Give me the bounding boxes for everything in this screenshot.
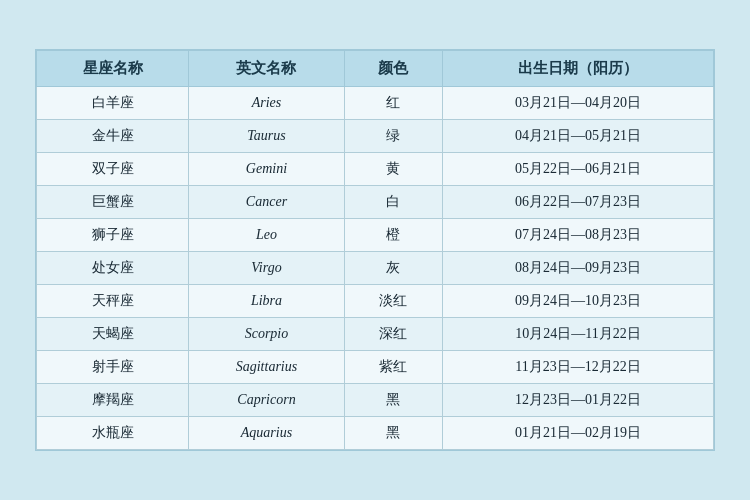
table-header-row: 星座名称英文名称颜色出生日期（阳历） xyxy=(37,51,714,87)
table-row: 狮子座Leo橙07月24日—08月23日 xyxy=(37,219,714,252)
cell-r6-c0: 天秤座 xyxy=(37,285,189,318)
cell-r7-c1: Scorpio xyxy=(189,318,344,351)
cell-r7-c0: 天蝎座 xyxy=(37,318,189,351)
table-row: 双子座Gemini黄05月22日—06月21日 xyxy=(37,153,714,186)
cell-r9-c1: Capricorn xyxy=(189,384,344,417)
cell-r6-c2: 淡红 xyxy=(344,285,443,318)
cell-r10-c2: 黑 xyxy=(344,417,443,450)
zodiac-table-container: 星座名称英文名称颜色出生日期（阳历） 白羊座Aries红03月21日—04月20… xyxy=(35,49,715,451)
table-row: 天蝎座Scorpio深红10月24日—11月22日 xyxy=(37,318,714,351)
cell-r0-c3: 03月21日—04月20日 xyxy=(443,87,714,120)
header-col-0: 星座名称 xyxy=(37,51,189,87)
cell-r4-c1: Leo xyxy=(189,219,344,252)
table-row: 射手座Sagittarius紫红11月23日—12月22日 xyxy=(37,351,714,384)
cell-r2-c3: 05月22日—06月21日 xyxy=(443,153,714,186)
cell-r3-c2: 白 xyxy=(344,186,443,219)
cell-r8-c2: 紫红 xyxy=(344,351,443,384)
cell-r3-c3: 06月22日—07月23日 xyxy=(443,186,714,219)
cell-r3-c1: Cancer xyxy=(189,186,344,219)
table-row: 处女座Virgo灰08月24日—09月23日 xyxy=(37,252,714,285)
cell-r0-c0: 白羊座 xyxy=(37,87,189,120)
cell-r0-c2: 红 xyxy=(344,87,443,120)
cell-r6-c3: 09月24日—10月23日 xyxy=(443,285,714,318)
cell-r8-c0: 射手座 xyxy=(37,351,189,384)
cell-r2-c0: 双子座 xyxy=(37,153,189,186)
table-row: 摩羯座Capricorn黑12月23日—01月22日 xyxy=(37,384,714,417)
cell-r0-c1: Aries xyxy=(189,87,344,120)
cell-r7-c3: 10月24日—11月22日 xyxy=(443,318,714,351)
zodiac-table: 星座名称英文名称颜色出生日期（阳历） 白羊座Aries红03月21日—04月20… xyxy=(36,50,714,450)
cell-r2-c1: Gemini xyxy=(189,153,344,186)
cell-r5-c2: 灰 xyxy=(344,252,443,285)
cell-r10-c0: 水瓶座 xyxy=(37,417,189,450)
cell-r8-c3: 11月23日—12月22日 xyxy=(443,351,714,384)
cell-r7-c2: 深红 xyxy=(344,318,443,351)
cell-r5-c3: 08月24日—09月23日 xyxy=(443,252,714,285)
cell-r6-c1: Libra xyxy=(189,285,344,318)
cell-r4-c3: 07月24日—08月23日 xyxy=(443,219,714,252)
cell-r9-c2: 黑 xyxy=(344,384,443,417)
cell-r10-c3: 01月21日—02月19日 xyxy=(443,417,714,450)
table-row: 天秤座Libra淡红09月24日—10月23日 xyxy=(37,285,714,318)
cell-r1-c2: 绿 xyxy=(344,120,443,153)
cell-r5-c0: 处女座 xyxy=(37,252,189,285)
table-body: 白羊座Aries红03月21日—04月20日金牛座Taurus绿04月21日—0… xyxy=(37,87,714,450)
cell-r3-c0: 巨蟹座 xyxy=(37,186,189,219)
cell-r1-c3: 04月21日—05月21日 xyxy=(443,120,714,153)
cell-r8-c1: Sagittarius xyxy=(189,351,344,384)
cell-r9-c3: 12月23日—01月22日 xyxy=(443,384,714,417)
table-row: 金牛座Taurus绿04月21日—05月21日 xyxy=(37,120,714,153)
cell-r1-c1: Taurus xyxy=(189,120,344,153)
header-col-3: 出生日期（阳历） xyxy=(443,51,714,87)
cell-r2-c2: 黄 xyxy=(344,153,443,186)
cell-r9-c0: 摩羯座 xyxy=(37,384,189,417)
header-col-1: 英文名称 xyxy=(189,51,344,87)
table-row: 白羊座Aries红03月21日—04月20日 xyxy=(37,87,714,120)
cell-r4-c2: 橙 xyxy=(344,219,443,252)
table-row: 巨蟹座Cancer白06月22日—07月23日 xyxy=(37,186,714,219)
cell-r10-c1: Aquarius xyxy=(189,417,344,450)
cell-r5-c1: Virgo xyxy=(189,252,344,285)
cell-r1-c0: 金牛座 xyxy=(37,120,189,153)
cell-r4-c0: 狮子座 xyxy=(37,219,189,252)
header-col-2: 颜色 xyxy=(344,51,443,87)
table-row: 水瓶座Aquarius黑01月21日—02月19日 xyxy=(37,417,714,450)
